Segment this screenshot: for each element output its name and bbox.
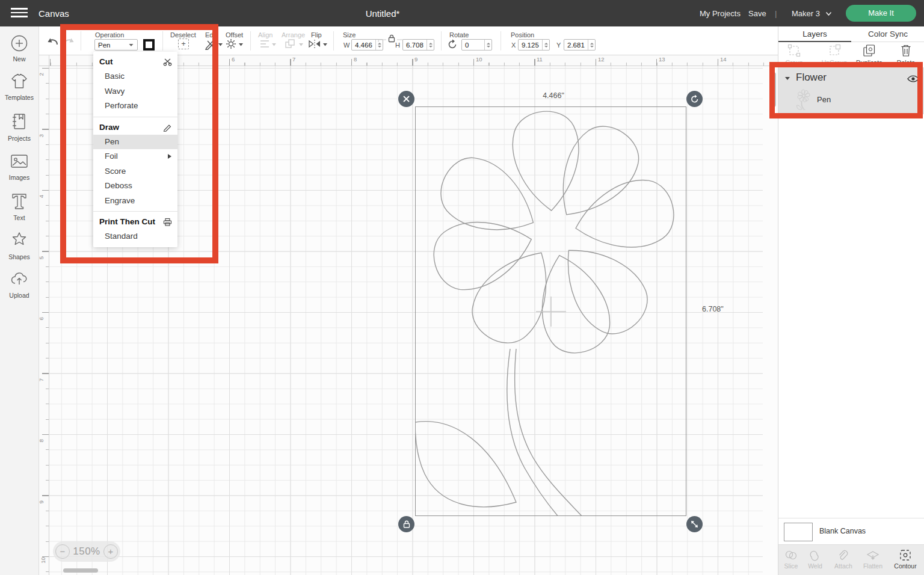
left-sidebar: New Templates Projects Images Text Shape… xyxy=(0,26,39,575)
offset-icon[interactable] xyxy=(225,38,237,50)
flatten-icon xyxy=(866,549,880,561)
edit-dropdown-icon[interactable] xyxy=(218,43,223,46)
zoom-in-button[interactable]: + xyxy=(103,544,118,559)
shapes-icon xyxy=(10,230,28,250)
flip-icon[interactable] xyxy=(308,38,321,50)
make-it-button[interactable]: Make It xyxy=(846,5,916,22)
annotation-rect-operation-menu xyxy=(60,24,218,263)
sidebar-item-shapes[interactable]: Shapes xyxy=(0,230,38,260)
selection-height-label: 6.708" xyxy=(702,305,724,313)
resize-selection-handle[interactable] xyxy=(686,516,703,532)
sidebar-item-new[interactable]: New xyxy=(0,35,38,63)
x-label: X xyxy=(511,42,516,49)
zoom-level: 150% xyxy=(73,546,100,558)
selection-bounding-box[interactable] xyxy=(415,106,686,516)
projects-icon xyxy=(10,112,28,131)
sidebar-item-upload[interactable]: Upload xyxy=(0,270,38,299)
ungroup-icon xyxy=(828,44,841,57)
slice-icon xyxy=(784,549,798,561)
align-dropdown-icon xyxy=(271,43,277,46)
templates-icon xyxy=(10,72,29,90)
arrange-icon[interactable] xyxy=(285,38,297,50)
rotate-label: Rotate xyxy=(449,31,469,38)
trash-icon xyxy=(900,44,912,57)
delete-selection-handle[interactable] xyxy=(398,91,414,107)
document-title[interactable]: Untitled* xyxy=(337,8,428,19)
y-label: Y xyxy=(556,42,561,49)
y-spinner[interactable] xyxy=(588,40,595,50)
zoom-control: 150% − + xyxy=(53,541,120,562)
tab-layers[interactable]: Layers xyxy=(778,26,851,42)
rotate-input[interactable]: 0 xyxy=(461,39,492,51)
ruler-corner xyxy=(39,55,49,66)
contour-icon xyxy=(899,549,912,561)
size-lock-icon[interactable] xyxy=(378,34,405,43)
sidebar-item-projects[interactable]: Projects xyxy=(0,112,38,142)
chevron-down-icon[interactable] xyxy=(825,11,832,16)
text-icon xyxy=(10,191,28,211)
group-icon xyxy=(787,44,801,57)
lock-selection-handle[interactable] xyxy=(398,516,414,532)
duplicate-icon xyxy=(863,44,876,57)
zoom-out-button[interactable]: − xyxy=(55,544,70,559)
images-icon xyxy=(10,152,29,170)
vertical-ruler: 2 3 4 5 6 7 8 9 10 xyxy=(39,66,49,575)
page-title: Canvas xyxy=(38,8,69,19)
x-spinner[interactable] xyxy=(542,40,549,50)
height-label: H xyxy=(395,42,400,49)
arrange-dropdown-icon xyxy=(298,43,304,46)
rotate-icon[interactable] xyxy=(447,39,458,50)
flip-dropdown-icon[interactable] xyxy=(322,43,328,46)
rotate-selection-handle[interactable] xyxy=(686,91,703,107)
horizontal-scrollbar[interactable] xyxy=(63,568,98,573)
attach-button[interactable]: Attach xyxy=(831,549,855,570)
width-label: W xyxy=(343,42,350,49)
rotate-spinner[interactable] xyxy=(484,40,491,50)
layers-bottom-toolbar: Slice Weld Attach Flatten Contour xyxy=(778,544,924,575)
top-header-bar: Canvas Untitled* My Projects Save | Make… xyxy=(0,0,924,26)
position-label: Position xyxy=(511,31,534,38)
sidebar-item-templates[interactable]: Templates xyxy=(0,72,38,101)
selection-width-label: 4.466" xyxy=(535,91,571,100)
slice-button[interactable]: Slice xyxy=(781,549,801,570)
tab-color-sync[interactable]: Color Sync xyxy=(851,26,924,42)
save-link[interactable]: Save xyxy=(748,9,766,18)
align-label: Align xyxy=(258,31,273,38)
blank-canvas-row[interactable]: Blank Canvas xyxy=(778,518,924,544)
attach-icon xyxy=(837,549,850,561)
size-label: Size xyxy=(343,31,356,38)
flatten-button[interactable]: Flatten xyxy=(860,549,886,570)
weld-button[interactable]: Weld xyxy=(805,549,825,570)
weld-icon xyxy=(808,549,822,561)
my-projects-link[interactable]: My Projects xyxy=(700,9,741,18)
sidebar-item-images[interactable]: Images xyxy=(0,152,38,181)
sidebar-item-text[interactable]: Text xyxy=(0,191,38,221)
canvas-gutter xyxy=(763,66,778,575)
annotation-rect-flower-layer xyxy=(769,62,923,118)
header-divider: | xyxy=(775,9,777,18)
blank-canvas-swatch[interactable] xyxy=(784,523,813,541)
x-input[interactable]: 9.125 xyxy=(518,39,550,51)
machine-select[interactable]: Maker 3 xyxy=(792,9,820,18)
hamburger-menu-icon[interactable] xyxy=(11,8,28,19)
align-icon[interactable] xyxy=(259,38,270,49)
upload-icon xyxy=(10,270,29,288)
undo-icon[interactable] xyxy=(46,35,59,47)
new-icon xyxy=(11,35,28,52)
y-input[interactable]: 2.681 xyxy=(564,39,596,51)
height-spinner[interactable] xyxy=(427,40,434,50)
offset-dropdown-icon[interactable] xyxy=(238,43,244,46)
height-input[interactable]: 6.708 xyxy=(402,39,434,51)
contour-button[interactable]: Contour xyxy=(890,549,920,570)
